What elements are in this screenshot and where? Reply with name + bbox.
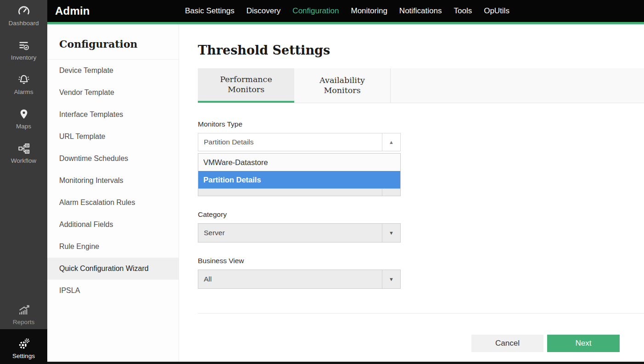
sidebar-item-label: Workflow [11,157,36,164]
monitors-type-label: Monitors Type [198,120,401,128]
menu-item-monitoring-intervals[interactable]: Monitoring Intervals [47,170,179,192]
business-view-label: Business View [198,257,401,265]
threshold-form: Monitors Type Partition Details ▲ All ▼ … [198,120,401,289]
next-button[interactable]: Next [547,335,620,352]
menu-item-downtime-schedules[interactable]: Downtime Schedules [47,148,179,170]
tab-availability-monitors[interactable]: Availability Monitors [294,68,391,103]
app-sidebar: Dashboard Inventory Alarms [0,0,47,364]
configuration-sidebar-header: Configuration [47,24,179,60]
menu-item-device-template[interactable]: Device Template [47,60,179,82]
dropdown-option-partition-details[interactable]: Partition Details [198,171,400,188]
category-label: Category [198,210,401,219]
menu-item-rule-engine[interactable]: Rule Engine [47,236,179,258]
content-divider [198,313,644,314]
top-bar: Admin Basic Settings Discovery Configura… [47,0,644,22]
sidebar-item-reports[interactable]: Reports [0,296,47,329]
business-view-value: All [198,270,382,288]
sidebar-item-label: Maps [16,123,31,130]
configuration-menu: Device Template Vendor Template Interfac… [47,60,179,302]
monitors-type-field-group: Partition Details ▲ All ▼ VMWare-Datasto… [198,133,401,196]
sidebar-item-label: Alarms [14,88,33,95]
sidebar-item-label: Dashboard [8,20,39,27]
action-buttons: Cancel Next [198,335,644,352]
category-value: Server [198,224,382,242]
nav-tools[interactable]: Tools [454,6,472,16]
menu-item-alarm-escalation-rules[interactable]: Alarm Escalation Rules [47,192,179,214]
page-context-title: Admin [55,5,90,17]
sidebar-item-dashboard[interactable]: Dashboard [0,0,47,28]
top-navigation: Basic Settings Discovery Configuration M… [185,6,510,16]
sidebar-item-label: Settings [12,353,35,359]
nav-oputils[interactable]: OpUtils [484,6,510,16]
nav-configuration[interactable]: Configuration [292,6,339,16]
menu-item-url-template[interactable]: URL Template [47,126,179,148]
map-pin-icon [17,107,31,121]
page-title: Threshold Settings [198,43,644,57]
settings-gears-icon [17,337,31,351]
sidebar-item-label: Reports [13,319,34,325]
menu-item-interface-templates[interactable]: Interface Templates [47,104,179,126]
cancel-button[interactable]: Cancel [471,335,543,352]
nav-discovery[interactable]: Discovery [246,6,281,16]
monitors-type-dropdown: VMWare-Datastore Partition Details [198,153,401,189]
chevron-up-icon[interactable]: ▲ [382,133,400,151]
dashboard-gauge-icon [17,4,31,18]
sidebar-section-title: Configuration [59,38,138,50]
nav-basic-settings[interactable]: Basic Settings [185,6,235,16]
reports-chart-icon [17,303,31,317]
alarm-bell-icon [17,73,31,87]
dropdown-option-vmware-datastore[interactable]: VMWare-Datastore [198,154,400,171]
monitors-type-select[interactable]: Partition Details ▲ [198,133,401,151]
inventory-list-icon [17,39,31,52]
bottom-bar [47,362,644,364]
chevron-down-icon: ▼ [382,224,400,242]
configuration-sidebar: Configuration Device Template Vendor Tem… [47,24,179,362]
business-view-select[interactable]: All ▼ [198,270,401,289]
menu-item-ipsla[interactable]: IPSLA [47,280,179,302]
nav-notifications[interactable]: Notifications [399,6,442,16]
workflow-flowchart-icon [17,142,31,155]
sidebar-item-alarms[interactable]: Alarms [0,69,47,96]
tab-performance-monitors[interactable]: Performance Monitors [198,68,294,103]
category-select[interactable]: Server ▼ [198,223,401,243]
nav-monitoring[interactable]: Monitoring [351,6,387,16]
sidebar-item-settings[interactable]: Settings [0,329,47,364]
monitors-type-value: Partition Details [198,133,382,151]
sidebar-item-workflow[interactable]: Workflow [0,138,47,165]
tab-strip: Performance Monitors Availability Monito… [198,68,644,103]
accent-divider [47,22,644,24]
sidebar-item-inventory[interactable]: Inventory [0,34,47,62]
menu-item-vendor-template[interactable]: Vendor Template [47,82,179,104]
main-content: Threshold Settings Performance Monitors … [179,24,644,362]
sidebar-item-label: Inventory [11,54,37,61]
sidebar-item-maps[interactable]: Maps [0,103,47,131]
menu-item-additional-fields[interactable]: Additional Fields [47,214,179,236]
menu-item-quick-configuration-wizard[interactable]: Quick Configuration Wizard [47,258,179,280]
chevron-down-icon: ▼ [382,270,400,288]
